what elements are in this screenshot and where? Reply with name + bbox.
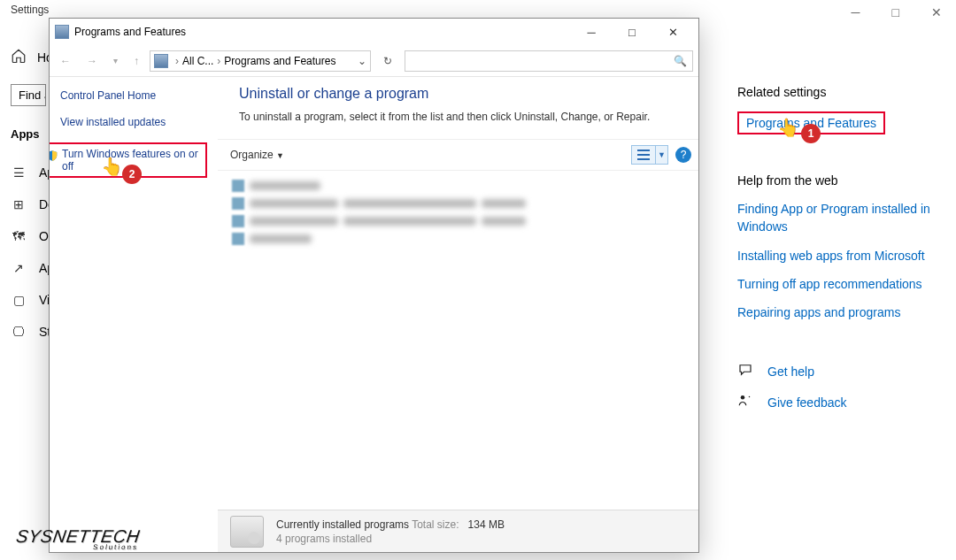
recent-locations-button[interactable]: ▾: [108, 54, 123, 67]
program-icon: [232, 233, 244, 245]
search-icon: 🔍: [674, 55, 687, 67]
list-item[interactable]: [232, 178, 682, 194]
settings-window-controls: ─ □ ✕: [844, 4, 949, 21]
dialog-maximize-button[interactable]: □: [612, 26, 652, 39]
turn-windows-features-link[interactable]: Turn Windows features on or off: [50, 142, 207, 178]
dialog-minimize-button[interactable]: ─: [571, 26, 612, 39]
give-feedback-link[interactable]: Give feedback: [737, 393, 941, 411]
breadcrumb-leaf[interactable]: Programs and Features: [224, 55, 335, 67]
program-icon: [232, 215, 244, 227]
default-apps-icon: ⊞: [11, 197, 27, 211]
svg-rect-2: [637, 150, 650, 151]
close-button[interactable]: ✕: [924, 4, 949, 21]
refresh-button[interactable]: ↻: [376, 55, 399, 67]
give-feedback-label: Give feedback: [767, 395, 847, 410]
program-name: [250, 199, 338, 208]
list-item[interactable]: [232, 196, 682, 211]
programs-features-icon: [55, 25, 69, 39]
breadcrumb-root[interactable]: All C...: [182, 55, 213, 67]
programs-summary-icon: [230, 516, 264, 548]
program-name: [250, 181, 320, 190]
control-panel-icon: [154, 54, 168, 68]
details-view-icon: [637, 150, 650, 160]
chevron-down-icon: ▼: [276, 151, 284, 160]
dialog-heading: Uninstall or change a program: [239, 86, 682, 102]
svg-point-1: [749, 396, 751, 398]
program-icon: [232, 180, 244, 192]
status-count: 4 programs installed: [276, 533, 505, 545]
minimize-button[interactable]: ─: [844, 4, 867, 21]
help-button[interactable]: ?: [675, 147, 691, 163]
programs-list[interactable]: [232, 178, 682, 249]
home-icon: [11, 48, 27, 66]
apps-websites-icon: ↗: [11, 261, 27, 275]
dialog-main: Uninstall or change a program To uninsta…: [218, 77, 698, 552]
view-mode-dropdown[interactable]: ▼: [656, 145, 668, 165]
status-text: Currently installed programs Total size:…: [276, 518, 505, 545]
help-link[interactable]: Turning off app recommendations: [737, 275, 941, 293]
help-from-web-heading: Help from the web: [737, 173, 941, 188]
dialog-sidebar: Control Panel Home View installed update…: [50, 77, 218, 552]
settings-title: Settings: [11, 4, 49, 16]
feedback-icon: [737, 393, 753, 411]
offline-maps-icon: 🗺: [11, 229, 27, 243]
dialog-subtext: To uninstall a program, select it from t…: [239, 111, 682, 123]
get-help-label: Get help: [767, 364, 814, 379]
related-settings-heading: Related settings: [737, 85, 941, 99]
control-panel-home-link[interactable]: Control Panel Home: [60, 89, 207, 102]
program-icon: [232, 197, 244, 210]
list-item[interactable]: [232, 231, 682, 247]
up-button[interactable]: ↑: [128, 53, 144, 69]
breadcrumb-separator: ›: [213, 55, 224, 67]
breadcrumb-separator: ›: [172, 55, 182, 67]
turn-windows-features-label: Turn Windows features on or off: [62, 148, 198, 173]
help-link[interactable]: Repairing apps and programs: [737, 303, 941, 321]
program-detail: [482, 199, 526, 208]
svg-point-0: [741, 395, 745, 400]
breadcrumb[interactable]: › All C... › Programs and Features ⌄: [150, 50, 371, 72]
status-total-size-value: 134 MB: [468, 518, 505, 531]
breadcrumb-dropdown-icon[interactable]: ⌄: [358, 55, 366, 67]
program-detail: [343, 199, 476, 208]
dialog-close-button[interactable]: ✕: [652, 26, 693, 39]
programs-features-highlight: Programs and Features: [737, 111, 885, 134]
programs-features-link[interactable]: Programs and Features: [746, 116, 876, 130]
startup-icon: 🖵: [11, 325, 27, 339]
help-link[interactable]: Finding App or Program installed in Wind…: [737, 200, 941, 236]
forward-button[interactable]: →: [81, 53, 103, 69]
dialog-statusbar: Currently installed programs Total size:…: [218, 510, 698, 552]
status-line1-label: Currently installed programs: [276, 518, 409, 531]
organize-toolbar: Organize ▼ ▼ ?: [218, 139, 698, 171]
help-link[interactable]: Installing web apps from Microsoft: [737, 247, 941, 265]
back-button[interactable]: ←: [55, 53, 76, 69]
settings-search-placeholder: Find a: [19, 88, 46, 102]
dialog-titlebar[interactable]: Programs and Features ─ □ ✕: [50, 19, 698, 45]
video-playback-icon: ▢: [11, 293, 27, 307]
dialog-window-controls: ─ □ ✕: [571, 26, 693, 39]
programs-features-dialog: Programs and Features ─ □ ✕ ← → ▾ ↑ › Al…: [49, 18, 699, 553]
status-total-size-label: Total size:: [412, 518, 459, 531]
svg-rect-3: [637, 154, 650, 156]
list-item[interactable]: [232, 213, 682, 229]
dialog-search-input[interactable]: 🔍: [405, 50, 693, 72]
program-detail: [482, 217, 526, 226]
dialog-toolbar: ← → ▾ ↑ › All C... › Programs and Featur…: [50, 45, 698, 77]
program-name: [250, 234, 312, 243]
svg-rect-4: [637, 158, 650, 160]
chat-icon: [737, 362, 753, 380]
organize-label: Organize: [230, 149, 274, 161]
watermark: SYSNETTECH Solutions: [14, 526, 141, 551]
apps-list-icon: ☰: [11, 165, 27, 180]
program-name: [250, 217, 338, 226]
view-installed-updates-link[interactable]: View installed updates: [60, 116, 207, 128]
settings-related-panel: Related settings Programs and Features H…: [737, 48, 941, 424]
dialog-title: Programs and Features: [74, 26, 186, 38]
view-mode-button[interactable]: [631, 145, 656, 165]
shield-icon: [50, 150, 58, 162]
settings-search-input[interactable]: Find a: [11, 84, 46, 106]
program-detail: [343, 217, 476, 226]
organize-button[interactable]: Organize ▼: [225, 147, 289, 163]
maximize-button[interactable]: □: [885, 4, 906, 21]
get-help-link[interactable]: Get help: [737, 362, 941, 380]
